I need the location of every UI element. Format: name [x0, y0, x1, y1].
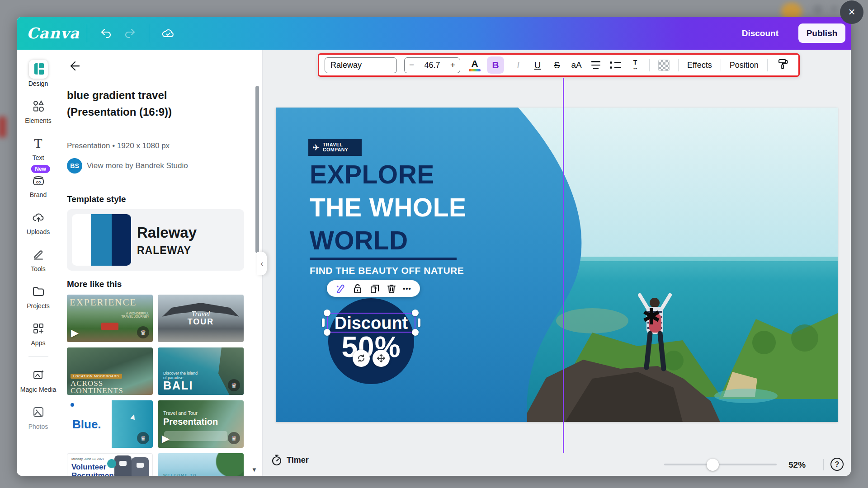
duplicate-icon[interactable] [369, 283, 380, 294]
more-options-icon[interactable]: ••• [403, 285, 411, 292]
delete-icon[interactable] [387, 283, 396, 294]
slide-tagline[interactable]: FIND THE BEAUTY OFF NATURE [310, 265, 464, 276]
slide-headline[interactable]: EXPLORE THE WHOLE WORLD [310, 158, 466, 257]
move-handle[interactable] [373, 350, 390, 367]
cloud-save-status-icon[interactable] [156, 23, 180, 43]
template-thumb-volunteer[interactable]: Monday, June 13, 2027 Volunteer Recruitm… [67, 453, 153, 476]
element-context-toolbar: ••• [327, 280, 420, 297]
resize-handle-left[interactable] [322, 319, 325, 327]
template-thumb-experience[interactable]: EXPERIENCE A WONDERFUL TRAVEL JOURNEY ▶ … [67, 295, 153, 342]
boat-graphic [130, 413, 136, 420]
mask-graphic [137, 463, 144, 468]
thumb-subtitle: WELCOME TO [163, 473, 197, 476]
position-button[interactable]: Position [730, 61, 759, 70]
template-thumb-blue[interactable]: Blue. ♛ [67, 400, 153, 448]
sidebar-item-photos[interactable]: Photos [19, 403, 58, 430]
strikethrough-button[interactable]: S [552, 60, 562, 70]
template-thumb-travel-presentation[interactable]: Travel and Tour Presentation ▶ ♛ [158, 400, 244, 448]
resize-handle-top-left[interactable] [324, 310, 330, 316]
thumb-tag: LOCATION MOODBOARD [71, 374, 122, 379]
template-title: blue gradient travel (Presentation (16:9… [67, 87, 223, 120]
selected-text-box[interactable]: Discount [327, 313, 415, 333]
template-thumb-travel-tour[interactable]: Travel TOUR [158, 295, 244, 342]
zoom-slider-thumb[interactable] [707, 459, 719, 471]
sidebar-item-apps[interactable]: Apps [19, 319, 58, 347]
logo-dot [71, 403, 74, 407]
resize-handle-top-right[interactable] [412, 310, 419, 316]
template-thumb-across-continents[interactable]: LOCATION MOODBOARD ACROSS CONTINENTS [67, 347, 153, 395]
text-color-button[interactable]: A [469, 59, 481, 71]
resize-handle-bottom-right[interactable] [412, 329, 419, 336]
list-button[interactable] [610, 60, 621, 70]
slide-canvas[interactable]: ✈ TRAVEL COMPANY EXPLORE THE WHOLE WORLD… [276, 108, 838, 422]
pro-crown-icon: ♛ [137, 326, 149, 338]
font-size-increase-button[interactable]: + [450, 60, 455, 70]
view-more-link[interactable]: View more by Bandrek Studio [87, 161, 188, 170]
sidebar-item-label: Photos [28, 423, 48, 430]
sidebar-item-label: Uploads [27, 228, 50, 235]
magic-edit-icon[interactable] [335, 283, 346, 294]
scroll-down-icon[interactable]: ▼ [251, 466, 257, 473]
thumb-title: EXPERIENCE [70, 297, 150, 308]
canva-editor-window: Canva Discount Publish [17, 17, 851, 476]
template-style-card[interactable]: Raleway RALEWAY [67, 209, 244, 271]
background-decor-red [0, 117, 6, 137]
zoom-slider-track[interactable] [664, 464, 777, 465]
divider [649, 59, 650, 71]
sidebar-item-brand[interactable]: New co Brand [19, 171, 58, 198]
undo-icon[interactable] [94, 23, 118, 43]
sidebar-item-projects[interactable]: Projects [19, 282, 58, 310]
top-bar: Canva Discount Publish [17, 17, 851, 50]
pro-crown-icon: ♛ [228, 432, 240, 444]
alignment-button[interactable] [590, 60, 601, 70]
pen-tool-icon [29, 245, 48, 264]
sidebar-item-design[interactable]: Design [19, 60, 58, 87]
creator-avatar: BS [67, 158, 82, 174]
copy-style-roller-icon[interactable] [776, 58, 788, 72]
redo-icon[interactable] [118, 23, 142, 43]
panel-collapse-handle[interactable]: ‹ [257, 252, 267, 275]
resize-handle-right[interactable] [418, 319, 420, 327]
template-thumb-salford[interactable]: WELCOME TO SALFORD RESORT [158, 453, 244, 476]
panel-scrollbar[interactable] [255, 86, 259, 253]
font-size-decrease-button[interactable]: − [409, 60, 414, 70]
transparency-button[interactable] [658, 60, 670, 71]
italic-button[interactable]: I [513, 60, 524, 70]
text-case-button[interactable]: aA [571, 60, 582, 70]
sidebar-item-text[interactable]: T Text [19, 134, 58, 161]
guide-line[interactable] [563, 78, 564, 453]
asterisk-annotation: ✱ [642, 304, 661, 330]
template-thumb-bali[interactable]: Discover the island of paradise BALI ♛ [158, 347, 244, 395]
travel-company-logo[interactable]: ✈ TRAVEL COMPANY [308, 139, 362, 156]
font-select[interactable]: Raleway [325, 57, 397, 73]
sidebar-item-tools[interactable]: Tools [19, 245, 58, 272]
canvas-workspace: Raleway − 46.7 + A B I U S aA T [262, 50, 851, 476]
spacing-button[interactable]: T ↔ [630, 60, 641, 70]
divider [721, 59, 721, 71]
sidebar-item-label: Apps [31, 339, 46, 347]
timer-button[interactable]: Timer [271, 454, 309, 466]
back-arrow-icon[interactable] [68, 60, 81, 73]
help-button[interactable]: ? [830, 458, 844, 471]
sidebar-item-magic-media[interactable]: Magic Media [19, 366, 58, 393]
thumb-title: Presentation [163, 417, 218, 427]
close-icon[interactable]: × [840, 0, 863, 24]
discount-percent-text[interactable]: 50% [328, 330, 414, 364]
resize-handle-bottom-left[interactable] [324, 329, 330, 336]
template-meta: Presentation • 868 x 488 px [67, 141, 170, 150]
font-size-stepper: − 46.7 + [404, 57, 460, 73]
sidebar-item-elements[interactable]: Elements [19, 97, 58, 124]
font-size-value[interactable]: 46.7 [424, 61, 440, 70]
effects-button[interactable]: Effects [687, 61, 712, 70]
rainbow-bar [469, 69, 481, 71]
publish-button[interactable]: Publish [798, 23, 845, 43]
bold-button[interactable]: B [487, 56, 504, 74]
discount-button[interactable]: Discount [742, 28, 778, 38]
rotate-handle[interactable] [353, 350, 370, 367]
upload-cloud-icon [29, 208, 48, 227]
lock-icon[interactable] [353, 283, 363, 294]
sidebar-item-label: Text [33, 154, 44, 161]
underline-button[interactable]: U [532, 60, 543, 70]
divider [823, 459, 824, 470]
sidebar-item-uploads[interactable]: Uploads [19, 208, 58, 235]
